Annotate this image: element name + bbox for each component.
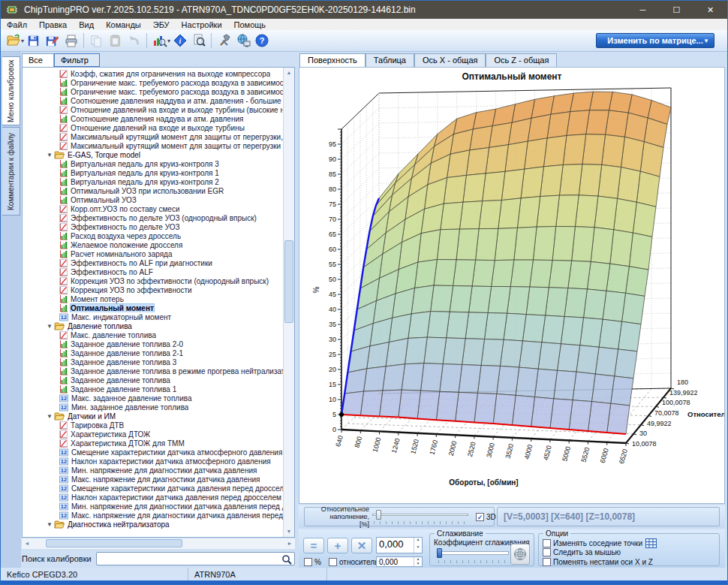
save-as-button[interactable]	[43, 32, 62, 50]
smoothing-slider[interactable]	[437, 546, 509, 561]
undo-button[interactable]	[125, 32, 143, 50]
tree-item[interactable]: Эффективность по ALF	[23, 267, 283, 276]
tree-folder[interactable]: ▼E-GAS, Torque model	[23, 150, 283, 159]
tree-item[interactable]: Тарировка ДТВ	[23, 421, 283, 430]
fill-slider[interactable]	[372, 509, 468, 524]
tree-item[interactable]: Коррекция УОЗ по эффективности	[23, 285, 283, 294]
expand-chevron-icon[interactable]: ▼	[45, 413, 54, 420]
tree-item[interactable]: Заданное давление топлива	[23, 375, 283, 384]
tree-item[interactable]: Заданное давление топлива 2-1	[23, 348, 283, 357]
tree-item[interactable]: Виртуальная педаль для круиз-контроля 2	[23, 177, 283, 186]
tab-table[interactable]: Таблица	[366, 53, 414, 67]
tree-vertical-scrollbar[interactable]: ▲ ▼	[283, 68, 294, 537]
scroll-down-icon[interactable]: ▼	[284, 526, 294, 537]
tree-item[interactable]: 12Смещение характеристики датчика атмосф…	[23, 448, 283, 457]
tree-item[interactable]: Оптимальный УОЗ	[23, 195, 283, 204]
tree-item[interactable]: Желаемое положение дросселя	[23, 240, 283, 249]
tree-item[interactable]: 12Макс. заданное давление топлива	[23, 394, 283, 403]
add-button[interactable]: +	[327, 538, 348, 553]
tree-item[interactable]: 12Мин. заданное давление топлива	[23, 403, 283, 412]
edit-by-matrix-button[interactable]: Изменить по матрице... ▼	[596, 33, 714, 48]
scroll-up-icon[interactable]: ▲	[284, 68, 294, 78]
tree-item[interactable]: Ограничение макс. требуемого расхода воз…	[23, 78, 283, 87]
apply-smoothing-button[interactable]	[510, 544, 530, 565]
slider-thumb[interactable]	[376, 510, 381, 520]
tab-filter[interactable]: Фильтр	[54, 53, 100, 67]
tab-file-comments[interactable]: Комментарии к файлу	[2, 127, 20, 216]
online-button[interactable]	[233, 32, 252, 50]
tree-item[interactable]: Оптимальный УОЗ при использовании EGR	[23, 186, 283, 195]
value-spinbox-2[interactable]: 0,000 ▲▼	[376, 556, 423, 567]
tree-item[interactable]: 12Мин. напряжение для диагностики датчик…	[23, 466, 283, 475]
minimize-button[interactable]: ─	[626, 1, 660, 19]
tree-item[interactable]: Заданное давление топлива 2-0	[23, 339, 283, 348]
tree-item[interactable]: 12Наклон характеристики датчика давления…	[23, 493, 283, 502]
tree-item[interactable]: 12Макс. напряжение для диагностики датчи…	[23, 475, 283, 484]
tab-all[interactable]: Все	[22, 53, 54, 67]
value-spinbox-value[interactable]: 0,000	[377, 538, 414, 553]
tree-item[interactable]: 12Смещение характеристики датчика давлен…	[23, 484, 283, 493]
tree-item[interactable]: Заданное давление топлива 3	[23, 357, 283, 366]
copy-button[interactable]	[87, 32, 106, 50]
value-spinbox[interactable]: 0,000 ▲▼	[376, 537, 423, 553]
expand-chevron-icon[interactable]: ▼	[45, 521, 54, 528]
tree-item[interactable]: Отношение давлений на входе и выходе тур…	[23, 123, 283, 132]
tree-item[interactable]: Максимальный крутящий момент для защиты …	[23, 132, 283, 141]
tree-item[interactable]: 12Макс. напряжение для диагностики датчи…	[23, 511, 283, 520]
checkbox-follow-mouse[interactable]: Следить за мышью	[543, 548, 621, 556]
maximize-button[interactable]: ☐	[660, 1, 693, 19]
checkbox-3d-box[interactable]: ✓	[476, 513, 484, 521]
tab-axis-z[interactable]: Ось Z - общая	[486, 53, 557, 67]
search-input[interactable]	[96, 552, 295, 565]
checkbox-box[interactable]	[543, 539, 551, 547]
tree-item[interactable]: Характеристика ДТОЖ для ТММ	[23, 439, 283, 448]
spinbox-arrows[interactable]: ▲▼	[414, 538, 422, 553]
tree-item[interactable]: Максимальный крутящий момент для защиты …	[23, 141, 283, 150]
menu-view[interactable]: Вид	[73, 20, 100, 29]
slider-track[interactable]	[437, 551, 509, 555]
tree-item[interactable]: Расход воздуха через дроссель	[23, 231, 283, 240]
checkbox-swap-axes[interactable]: Поменять нестами оси X и Z	[543, 558, 653, 566]
tree-item[interactable]: Соотношение давления наддува и атм. давл…	[23, 96, 283, 105]
tab-surface[interactable]: Поверхность	[299, 53, 366, 67]
tree-item[interactable]: Эффективность по дельте УОЗ (однородный …	[23, 213, 283, 222]
close-button[interactable]: ✕	[693, 1, 727, 19]
tab-calibrations-menu[interactable]: Меню калибровок	[2, 56, 20, 125]
scrollbar-thumb[interactable]	[46, 539, 182, 547]
expand-chevron-icon[interactable]: ▼	[45, 323, 54, 330]
value-spinbox-2-value[interactable]: 0,000	[377, 557, 414, 566]
tree-item[interactable]: Эффективность по дельте УОЗ	[23, 222, 283, 231]
tree-item[interactable]: Виртуальная педаль для круиз-контроля 3	[23, 159, 283, 168]
save-button[interactable]	[24, 32, 43, 50]
tools-button[interactable]	[215, 32, 233, 50]
checkbox-percent[interactable]: %	[304, 558, 321, 566]
find-button[interactable]	[189, 32, 208, 50]
slider-thumb[interactable]	[437, 548, 442, 558]
tree-item[interactable]: Расчет номинального заряда	[23, 249, 283, 258]
menu-file[interactable]: Файл	[1, 20, 33, 29]
menu-ecu[interactable]: ЭБУ	[147, 20, 176, 29]
tree-item[interactable]: Отношение давлений на входе и выходе тур…	[23, 105, 283, 114]
slider-track[interactable]	[372, 514, 468, 516]
tree-item[interactable]: 12Наклон характеристики датчика атмосфер…	[23, 457, 283, 466]
tree-item[interactable]: Характеристика ДТОЖ	[23, 430, 283, 439]
checkbox-3d[interactable]: ✓ 3D	[476, 513, 496, 521]
menu-settings[interactable]: Настройки	[176, 20, 228, 29]
checksum-button[interactable]	[150, 32, 169, 50]
tree-folder[interactable]: ▼Диагностика нейтрализатора	[23, 520, 283, 529]
scroll-right-icon[interactable]: ►	[284, 538, 295, 549]
matrix-grid-icon[interactable]	[645, 538, 657, 548]
tree-item[interactable]: Заданное давление топлива 1	[23, 384, 283, 394]
multiply-button[interactable]: ✕	[351, 538, 372, 553]
tab-axis-x[interactable]: Ось X - общая	[414, 53, 486, 67]
checkbox-box[interactable]	[543, 558, 551, 566]
menu-help[interactable]: Помощь	[228, 20, 272, 29]
info-button[interactable]: i	[170, 32, 189, 50]
tree-item[interactable]: Макс. давление топлива	[23, 330, 283, 339]
menu-commands[interactable]: Команды	[100, 20, 147, 29]
scroll-left-icon[interactable]: ◄	[22, 538, 32, 549]
expand-chevron-icon[interactable]: ▼	[45, 152, 54, 158]
tree-item[interactable]: Ограничение макс. требуемого расхода воз…	[23, 87, 283, 96]
tree-item[interactable]: Коррекция УОЗ по эффективности (однородн…	[23, 276, 283, 285]
print-button[interactable]	[62, 32, 80, 50]
